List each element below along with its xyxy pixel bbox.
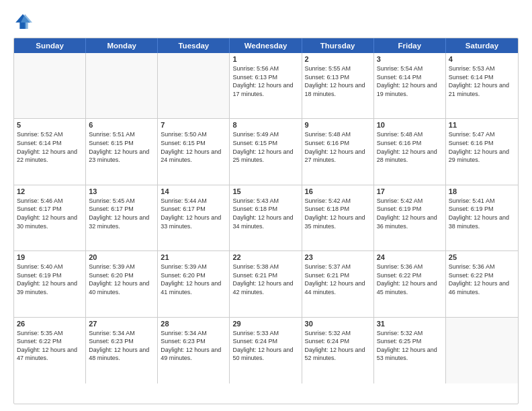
day-number: 16 bbox=[305, 187, 371, 195]
cell-info: Sunrise: 5:34 AMSunset: 6:23 PMDaylight:… bbox=[89, 329, 154, 363]
day-number: 15 bbox=[232, 187, 298, 195]
day-number: 4 bbox=[449, 55, 515, 63]
day-number: 23 bbox=[305, 253, 371, 261]
calendar-cell: 2Sunrise: 5:55 AMSunset: 6:13 PMDaylight… bbox=[302, 53, 374, 118]
day-number: 21 bbox=[161, 253, 226, 261]
cell-info: Sunrise: 5:53 AMSunset: 6:14 PMDaylight:… bbox=[449, 64, 515, 98]
cell-info: Sunrise: 5:32 AMSunset: 6:25 PMDaylight:… bbox=[377, 329, 443, 363]
calendar-row-3: 19Sunrise: 5:40 AMSunset: 6:19 PMDayligh… bbox=[14, 251, 518, 317]
cell-info: Sunrise: 5:36 AMSunset: 6:22 PMDaylight:… bbox=[449, 263, 515, 296]
page: SundayMondayTuesdayWednesdayThursdayFrid… bbox=[0, 0, 532, 411]
day-number: 9 bbox=[305, 121, 371, 129]
day-header-wednesday: Wednesday bbox=[230, 38, 302, 53]
day-number: 31 bbox=[377, 320, 443, 328]
calendar-header: SundayMondayTuesdayWednesdayThursdayFrid… bbox=[14, 38, 518, 53]
calendar-cell: 30Sunrise: 5:32 AMSunset: 6:24 PMDayligh… bbox=[302, 318, 374, 383]
calendar-cell: 4Sunrise: 5:53 AMSunset: 6:14 PMDaylight… bbox=[446, 53, 518, 118]
cell-info: Sunrise: 5:56 AMSunset: 6:13 PMDaylight:… bbox=[232, 64, 298, 98]
calendar-row-1: 5Sunrise: 5:52 AMSunset: 6:14 PMDaylight… bbox=[14, 119, 518, 185]
calendar-cell: 1Sunrise: 5:56 AMSunset: 6:13 PMDaylight… bbox=[230, 53, 302, 118]
cell-info: Sunrise: 5:39 AMSunset: 6:20 PMDaylight:… bbox=[161, 263, 226, 296]
calendar-cell: 26Sunrise: 5:35 AMSunset: 6:22 PMDayligh… bbox=[14, 318, 86, 383]
day-header-tuesday: Tuesday bbox=[158, 38, 230, 53]
day-number: 30 bbox=[305, 320, 371, 328]
calendar-cell: 27Sunrise: 5:34 AMSunset: 6:23 PMDayligh… bbox=[86, 318, 158, 383]
calendar-cell: 6Sunrise: 5:51 AMSunset: 6:15 PMDaylight… bbox=[86, 119, 158, 184]
day-number: 29 bbox=[232, 320, 298, 328]
cell-info: Sunrise: 5:49 AMSunset: 6:15 PMDaylight:… bbox=[232, 130, 298, 164]
day-number: 11 bbox=[449, 121, 515, 129]
calendar-cell: 28Sunrise: 5:34 AMSunset: 6:23 PMDayligh… bbox=[158, 318, 230, 383]
day-number: 25 bbox=[449, 253, 515, 261]
cell-info: Sunrise: 5:54 AMSunset: 6:14 PMDaylight:… bbox=[377, 64, 443, 98]
logo bbox=[13, 12, 35, 31]
calendar-cell: 23Sunrise: 5:37 AMSunset: 6:21 PMDayligh… bbox=[302, 251, 374, 316]
day-number: 20 bbox=[89, 253, 154, 261]
calendar-cell bbox=[86, 53, 158, 118]
day-number: 1 bbox=[232, 55, 298, 63]
day-header-saturday: Saturday bbox=[446, 38, 518, 53]
day-number: 14 bbox=[161, 187, 226, 195]
day-number: 13 bbox=[89, 187, 154, 195]
calendar-row-2: 12Sunrise: 5:46 AMSunset: 6:17 PMDayligh… bbox=[14, 185, 518, 251]
cell-info: Sunrise: 5:40 AMSunset: 6:19 PMDaylight:… bbox=[17, 263, 83, 296]
cell-info: Sunrise: 5:51 AMSunset: 6:15 PMDaylight:… bbox=[89, 130, 154, 164]
calendar-cell: 15Sunrise: 5:43 AMSunset: 6:18 PMDayligh… bbox=[230, 185, 302, 250]
cell-info: Sunrise: 5:33 AMSunset: 6:24 PMDaylight:… bbox=[232, 329, 298, 363]
calendar-cell: 16Sunrise: 5:42 AMSunset: 6:18 PMDayligh… bbox=[302, 185, 374, 250]
day-number: 22 bbox=[232, 253, 298, 261]
cell-info: Sunrise: 5:43 AMSunset: 6:18 PMDaylight:… bbox=[232, 197, 298, 230]
calendar-cell: 10Sunrise: 5:48 AMSunset: 6:16 PMDayligh… bbox=[374, 119, 446, 184]
cell-info: Sunrise: 5:46 AMSunset: 6:17 PMDaylight:… bbox=[17, 197, 83, 230]
cell-info: Sunrise: 5:37 AMSunset: 6:21 PMDaylight:… bbox=[305, 263, 371, 296]
day-number: 19 bbox=[17, 253, 83, 261]
day-header-monday: Monday bbox=[86, 38, 158, 53]
day-number: 12 bbox=[17, 187, 83, 195]
calendar-cell bbox=[158, 53, 230, 118]
cell-info: Sunrise: 5:44 AMSunset: 6:17 PMDaylight:… bbox=[161, 197, 226, 230]
day-number: 10 bbox=[377, 121, 443, 129]
calendar-cell: 20Sunrise: 5:39 AMSunset: 6:20 PMDayligh… bbox=[86, 251, 158, 316]
calendar-cell: 11Sunrise: 5:47 AMSunset: 6:16 PMDayligh… bbox=[446, 119, 518, 184]
day-number: 8 bbox=[232, 121, 298, 129]
calendar-cell: 22Sunrise: 5:38 AMSunset: 6:21 PMDayligh… bbox=[230, 251, 302, 316]
day-number: 26 bbox=[17, 320, 83, 328]
calendar-cell: 9Sunrise: 5:48 AMSunset: 6:16 PMDaylight… bbox=[302, 119, 374, 184]
cell-info: Sunrise: 5:41 AMSunset: 6:19 PMDaylight:… bbox=[449, 197, 515, 230]
calendar-cell bbox=[446, 318, 518, 383]
cell-info: Sunrise: 5:48 AMSunset: 6:16 PMDaylight:… bbox=[305, 130, 371, 164]
day-number: 6 bbox=[89, 121, 154, 129]
day-number: 18 bbox=[449, 187, 515, 195]
day-number: 3 bbox=[377, 55, 443, 63]
header bbox=[13, 12, 519, 31]
calendar-cell: 13Sunrise: 5:45 AMSunset: 6:17 PMDayligh… bbox=[86, 185, 158, 250]
cell-info: Sunrise: 5:35 AMSunset: 6:22 PMDaylight:… bbox=[17, 329, 83, 363]
calendar-cell bbox=[14, 53, 86, 118]
day-header-sunday: Sunday bbox=[14, 38, 86, 53]
logo-icon bbox=[13, 12, 32, 31]
day-number: 7 bbox=[161, 121, 226, 129]
day-number: 28 bbox=[161, 320, 226, 328]
calendar: SundayMondayTuesdayWednesdayThursdayFrid… bbox=[13, 38, 519, 404]
day-number: 27 bbox=[89, 320, 154, 328]
calendar-cell: 24Sunrise: 5:36 AMSunset: 6:22 PMDayligh… bbox=[374, 251, 446, 316]
calendar-cell: 31Sunrise: 5:32 AMSunset: 6:25 PMDayligh… bbox=[374, 318, 446, 383]
calendar-cell: 14Sunrise: 5:44 AMSunset: 6:17 PMDayligh… bbox=[158, 185, 230, 250]
calendar-cell: 17Sunrise: 5:42 AMSunset: 6:19 PMDayligh… bbox=[374, 185, 446, 250]
cell-info: Sunrise: 5:52 AMSunset: 6:14 PMDaylight:… bbox=[17, 130, 83, 164]
cell-info: Sunrise: 5:47 AMSunset: 6:16 PMDaylight:… bbox=[449, 130, 515, 164]
calendar-cell: 29Sunrise: 5:33 AMSunset: 6:24 PMDayligh… bbox=[230, 318, 302, 383]
cell-info: Sunrise: 5:36 AMSunset: 6:22 PMDaylight:… bbox=[377, 263, 443, 296]
calendar-cell: 18Sunrise: 5:41 AMSunset: 6:19 PMDayligh… bbox=[446, 185, 518, 250]
calendar-row-4: 26Sunrise: 5:35 AMSunset: 6:22 PMDayligh… bbox=[14, 318, 518, 383]
cell-info: Sunrise: 5:42 AMSunset: 6:19 PMDaylight:… bbox=[377, 197, 443, 230]
cell-info: Sunrise: 5:48 AMSunset: 6:16 PMDaylight:… bbox=[377, 130, 443, 164]
day-number: 24 bbox=[377, 253, 443, 261]
day-header-thursday: Thursday bbox=[302, 38, 374, 53]
calendar-cell: 3Sunrise: 5:54 AMSunset: 6:14 PMDaylight… bbox=[374, 53, 446, 118]
day-number: 5 bbox=[17, 121, 83, 129]
cell-info: Sunrise: 5:39 AMSunset: 6:20 PMDaylight:… bbox=[89, 263, 154, 296]
calendar-cell: 21Sunrise: 5:39 AMSunset: 6:20 PMDayligh… bbox=[158, 251, 230, 316]
calendar-cell: 5Sunrise: 5:52 AMSunset: 6:14 PMDaylight… bbox=[14, 119, 86, 184]
cell-info: Sunrise: 5:34 AMSunset: 6:23 PMDaylight:… bbox=[161, 329, 226, 363]
